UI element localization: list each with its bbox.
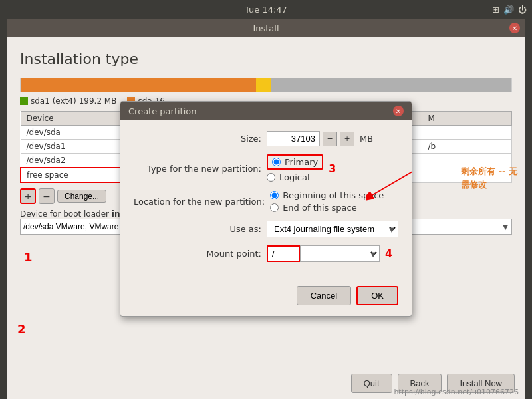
use-as-label: Use as: — [134, 224, 267, 234]
partition-type-label: Type for the new partition: — [134, 164, 267, 174]
radio-beginning[interactable]: Beginning of this space — [270, 190, 384, 200]
mount-input-group — [267, 245, 380, 262]
radio-beginning-label: Beginning of this space — [283, 190, 384, 200]
size-input-group: − + MB — [267, 131, 373, 146]
dialog-title-bar: Create partition ✕ — [120, 102, 412, 120]
dialog-title: Create partition — [128, 106, 197, 116]
radio-end-label: End of this space — [283, 203, 357, 213]
radio-primary-input[interactable] — [272, 158, 281, 166]
volume-icon: 🔊 — [503, 5, 514, 15]
size-decrease-button[interactable]: − — [323, 132, 337, 146]
location-group: Beginning of this space End of this spac… — [270, 190, 384, 213]
cn-text-1: 剩余所有 -- 无 — [461, 165, 517, 178]
location-row: Location for the new partition: Beginnin… — [134, 190, 398, 213]
size-input[interactable] — [267, 131, 320, 146]
mount-dropdown-wrapper — [300, 245, 380, 262]
top-bar: Tue 14:47 ⊞ 🔊 ⏻ — [0, 0, 532, 19]
mount-dropdown[interactable] — [300, 245, 380, 262]
create-partition-dialog: Create partition ✕ Size: − + MB T — [120, 101, 412, 317]
radio-logical-label: Logical — [279, 172, 310, 182]
radio-beginning-input[interactable] — [270, 191, 279, 200]
radio-logical[interactable]: Logical — [267, 172, 323, 182]
network-icon: ⊞ — [492, 5, 499, 15]
dialog-body: Size: − + MB Type for the new partition: — [120, 120, 412, 281]
use-as-select[interactable]: Ext4 journaling file system — [267, 221, 398, 237]
size-increase-button[interactable]: + — [340, 132, 354, 146]
radio-logical-input[interactable] — [267, 173, 275, 182]
size-row: Size: − + MB — [134, 131, 398, 146]
annotation-3: 3 — [329, 162, 336, 175]
use-as-row: Use as: Ext4 journaling file system — [134, 221, 398, 237]
radio-primary[interactable]: Primary — [267, 154, 323, 170]
main-window: Install ✕ Installation type sda1 (ext4) … — [7, 19, 525, 399]
power-icon: ⏻ — [518, 5, 527, 15]
size-label: Size: — [134, 134, 267, 144]
ok-button[interactable]: OK — [356, 286, 398, 305]
mount-point-label: Mount point: — [134, 249, 267, 259]
mount-point-row: Mount point: 4 — [134, 245, 398, 262]
use-as-select-wrapper: Ext4 journaling file system — [267, 221, 398, 237]
dialog-footer: Cancel OK — [120, 281, 412, 316]
radio-end[interactable]: End of this space — [270, 203, 384, 213]
dialog-overlay: Create partition ✕ Size: − + MB T — [7, 19, 525, 399]
partition-type-row: Type for the new partition: Primary Logi… — [134, 154, 398, 182]
size-unit: MB — [360, 134, 373, 144]
partition-type-group: Primary Logical — [267, 154, 323, 182]
location-label: Location for the new partition: — [134, 197, 270, 207]
annotation-4: 4 — [385, 247, 392, 260]
dialog-close-button[interactable]: ✕ — [393, 106, 404, 116]
system-tray: ⊞ 🔊 ⏻ — [492, 5, 527, 15]
cancel-button[interactable]: Cancel — [297, 286, 351, 305]
cn-annotation: 剩余所有 -- 无 需修改 — [461, 165, 517, 191]
mount-point-input[interactable] — [267, 245, 300, 262]
radio-primary-label: Primary — [285, 157, 318, 167]
radio-end-input[interactable] — [270, 203, 279, 212]
clock: Tue 14:47 — [245, 5, 287, 15]
cn-text-2: 需修改 — [461, 178, 517, 192]
